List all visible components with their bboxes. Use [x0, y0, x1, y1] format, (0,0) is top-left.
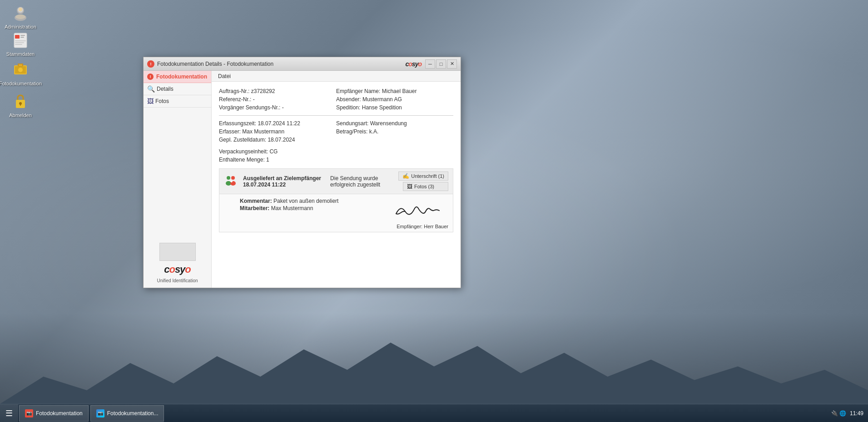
verpackung-section: Verpackungseinheit: CG Enthaltene Menge:…	[219, 147, 453, 164]
info-col-right-top: Empfänger Name: Michael Bauer Absender: …	[336, 87, 453, 112]
absender-label: Absender:	[336, 96, 361, 103]
close-button[interactable]: ✕	[447, 59, 457, 69]
sidebar-placeholder-box	[159, 243, 196, 261]
sidebar-footer: cosyo Unified Identification	[144, 238, 211, 288]
erfasser-value: Max Mustermann	[242, 128, 284, 135]
sidebar-fotos-label: Fotos	[155, 98, 169, 104]
referenz-nr-label: Referenz-Nr.:	[219, 96, 251, 103]
window-controls: ─ □ ✕	[425, 59, 457, 69]
cosyo-logo: cosyo	[164, 264, 191, 275]
info-col-right-middle: Sendungsart: Warensendung Betrag/Preis: …	[336, 119, 453, 144]
erfassungszeit-row: Erfassungszeit: 18.07.2024 11:22	[219, 119, 336, 128]
sidebar-fotodokumentation-nav[interactable]: ! Fotodokumentation	[144, 71, 211, 83]
content-area: Auftrags-Nr.: z3728292 Referenz-Nr.: - V…	[212, 82, 461, 288]
fotodok-dot-icon: !	[147, 74, 154, 80]
svg-rect-7	[20, 35, 25, 36]
svg-rect-19	[20, 103, 21, 106]
vorgaenger-label: Vorgänger Sendungs-Nr.:	[219, 104, 280, 111]
signature-label: Empfänger: Herr Bauer	[397, 224, 448, 229]
titlebar-brand: cosyo	[406, 60, 422, 68]
auftrag-nr-value: z3728292	[251, 88, 275, 94]
svg-point-3	[19, 8, 22, 11]
delivery-person-icon	[224, 174, 238, 189]
betrag-preis-row: Betrag/Preis: k.A.	[336, 128, 453, 136]
spedition-row: Spedition: Hanse Spedition	[336, 103, 453, 112]
sidebar-item-details[interactable]: 🔍 Details	[144, 83, 211, 95]
empfaenger-name-label: Empfänger Name:	[336, 88, 380, 94]
fotos-button[interactable]: 🖼 Fotos (3)	[403, 182, 448, 191]
kommentar-label: Kommentar:	[240, 198, 272, 204]
taskbar-start-button[interactable]: ☰	[0, 404, 18, 422]
spedition-label: Spedition:	[336, 104, 360, 111]
info-col-left-top: Auftrags-Nr.: z3728292 Referenz-Nr.: - V…	[219, 87, 336, 112]
taskbar-item-fotodokumentation2[interactable]: 📷 Fotodokumentation...	[90, 405, 164, 422]
svg-rect-9	[15, 40, 26, 41]
svg-point-4	[15, 15, 25, 19]
svg-rect-10	[15, 42, 24, 43]
delivery-actions: ✍ Unterschrift (1) 🖼 Fotos (3)	[398, 172, 448, 191]
hamburger-icon: ☰	[5, 408, 13, 418]
delivery-event-block: Ausgeliefert an Zielempfänger 18.07.2024…	[219, 168, 453, 232]
info-grid-top: Auftrags-Nr.: z3728292 Referenz-Nr.: - V…	[219, 87, 453, 112]
referenz-nr-row: Referenz-Nr.: -	[219, 95, 336, 103]
desktop-icon-fotodokumentation[interactable]: Fotodokumentation	[2, 59, 39, 88]
window-icon: !	[147, 60, 154, 68]
minimize-button[interactable]: ─	[425, 59, 435, 69]
sidebar: ! Fotodokumentation 🔍 Details 🖼 Fotos co…	[144, 71, 212, 288]
info-col-left-middle: Erfassungszeit: 18.07.2024 11:22 Erfasse…	[219, 119, 336, 144]
gepl-zustelldatum-row: Gepl. Zustelldatum: 18.07.2024	[219, 136, 336, 144]
enthaltene-menge-row: Enthaltene Menge: 1	[219, 156, 453, 164]
taskbar-icon-2: 📷	[96, 409, 104, 417]
unterschrift-icon: ✍	[402, 173, 409, 179]
taskbar-icon-1: 📷	[25, 409, 33, 417]
erfassungszeit-label: Erfassungszeit:	[219, 120, 256, 127]
delivery-status: Die Sendung wurde erfolgreich zugestellt	[326, 175, 394, 188]
delivery-body-wrapper: Kommentar: Paket von außen demoliert Mit…	[219, 194, 453, 232]
delivery-worker: Mitarbeiter: Max Mustermann	[240, 205, 338, 211]
abmelden-icon	[11, 93, 30, 111]
svg-rect-6	[15, 35, 20, 39]
main-window: ! Fotodokumentation Details - Fotodokume…	[143, 57, 461, 288]
mitarbeiter-label: Mitarbeiter:	[240, 205, 269, 211]
empfaenger-name-row: Empfänger Name: Michael Bauer	[336, 87, 453, 95]
window-body: ! Fotodokumentation 🔍 Details 🖼 Fotos co…	[144, 71, 461, 288]
menu-datei[interactable]: Datei	[214, 72, 234, 80]
maximize-button[interactable]: □	[436, 59, 446, 69]
delivery-type: Ausgeliefert an Zielempfänger	[243, 175, 321, 182]
sidebar-details-label: Details	[157, 86, 174, 92]
svg-rect-11	[15, 44, 22, 45]
unterschrift-label: Unterschrift (1)	[411, 173, 444, 179]
administration-label: Administration	[5, 24, 36, 29]
delivery-info: Ausgeliefert an Zielempfänger 18.07.2024…	[243, 175, 321, 188]
erfasser-label: Erfasser:	[219, 128, 241, 135]
svg-rect-16	[19, 64, 22, 66]
delivery-header: Ausgeliefert an Zielempfänger 18.07.2024…	[219, 169, 453, 194]
signature-image	[389, 194, 444, 224]
desktop-icon-stammdaten[interactable]: Stammdaten	[2, 29, 39, 59]
gepl-zustelldatum-value: 18.07.2024	[268, 137, 295, 143]
absender-row: Absender: Mustermann AG	[336, 95, 453, 103]
cosyo-subtitle: Unified Identification	[157, 278, 198, 283]
sendungsart-label: Sendungsart:	[336, 120, 368, 127]
unterschrift-button[interactable]: ✍ Unterschrift (1)	[398, 172, 448, 181]
betrag-preis-value: k.A.	[369, 128, 379, 135]
svg-point-22	[231, 176, 235, 180]
spedition-value: Hanse Spedition	[362, 104, 402, 111]
administration-icon	[11, 4, 30, 22]
taskbar-item-fotodokumentation1[interactable]: 📷 Fotodokumentation	[19, 405, 89, 422]
svg-point-20	[227, 176, 230, 180]
absender-value: Mustermann AG	[362, 96, 402, 103]
sidebar-item-fotos[interactable]: 🖼 Fotos	[144, 95, 211, 108]
taskbar-time: 11:49	[850, 410, 863, 417]
fotos-icon: 🖼	[147, 98, 154, 105]
window-title: Fotodokumentation Details - Fotodokument…	[157, 61, 406, 67]
signature-area: Empfänger: Herr Bauer	[343, 194, 453, 232]
vorgaenger-value: -	[282, 104, 284, 111]
desktop-icon-administration[interactable]: Administration	[2, 2, 39, 31]
delivery-comment: Kommentar: Paket von außen demoliert	[240, 198, 338, 204]
mitarbeiter-value: Max Mustermann	[271, 205, 313, 211]
vorgaenger-row: Vorgänger Sendungs-Nr.: -	[219, 103, 336, 112]
gepl-zustelldatum-label: Gepl. Zustelldatum:	[219, 137, 266, 143]
details-icon: 🔍	[147, 85, 155, 93]
desktop-icon-abmelden[interactable]: Abmelden	[2, 91, 39, 120]
